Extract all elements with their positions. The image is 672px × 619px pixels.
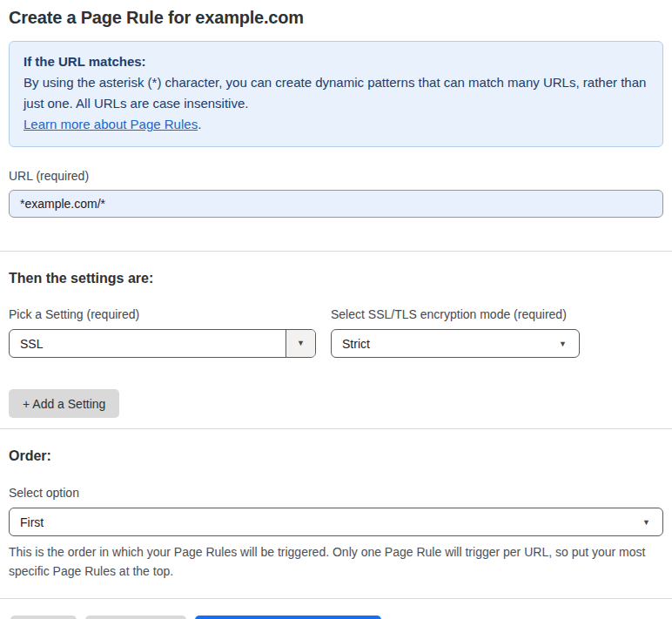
order-select[interactable]: First ▼ — [9, 508, 663, 536]
pick-setting-value: SSL — [10, 337, 286, 351]
chevron-down-icon: ▼ — [559, 340, 567, 348]
pick-setting-label: Pick a Setting (required) — [9, 307, 316, 321]
order-section-heading: Order: — [9, 448, 663, 464]
ssl-mode-label: Select SSL/TLS encryption mode (required… — [331, 307, 580, 321]
link-suffix-period: . — [198, 117, 201, 131]
settings-section-heading: Then the settings are: — [9, 271, 663, 286]
page-title: Create a Page Rule for example.com — [9, 8, 663, 28]
info-box-body: By using the asterisk (*) character, you… — [24, 72, 648, 114]
ssl-mode-value: Strict — [332, 337, 579, 351]
save-as-draft-button[interactable]: Save as Draft — [85, 616, 187, 619]
cancel-button[interactable]: Cancel — [10, 616, 77, 619]
chevron-down-icon: ▼ — [642, 519, 650, 527]
order-select-value: First — [10, 515, 662, 529]
settings-row: Pick a Setting (required) SSL ▼ Select S… — [9, 307, 663, 358]
url-field-label: URL (required) — [9, 169, 663, 183]
info-box-link-line: Learn more about Page Rules. — [24, 114, 648, 135]
form-actions: Cancel Save as Draft Save and Deploy Pag… — [10, 616, 663, 619]
ssl-mode-select[interactable]: Strict ▼ — [331, 329, 580, 358]
save-and-deploy-button[interactable]: Save and Deploy Page Rule — [195, 616, 381, 619]
url-match-info-box: If the URL matches: By using the asteris… — [9, 41, 663, 147]
learn-more-link[interactable]: Learn more about Page Rules — [24, 117, 198, 131]
pick-setting-select[interactable]: SSL ▼ — [9, 329, 316, 358]
chevron-down-icon: ▼ — [297, 340, 305, 347]
info-box-heading: If the URL matches: — [24, 51, 648, 72]
order-select-label: Select option — [9, 486, 663, 500]
add-setting-button[interactable]: + Add a Setting — [9, 389, 119, 418]
divider — [0, 428, 672, 429]
create-page-rule-form: Create a Page Rule for example.com If th… — [0, 8, 672, 619]
divider — [0, 598, 672, 599]
url-input[interactable] — [9, 190, 663, 218]
order-help-text: This is the order in which your Page Rul… — [9, 542, 663, 581]
dropdown-arrow-button[interactable]: ▼ — [286, 330, 315, 357]
divider — [0, 251, 672, 252]
ssl-mode-group: Select SSL/TLS encryption mode (required… — [331, 307, 580, 358]
pick-setting-group: Pick a Setting (required) SSL ▼ — [9, 307, 316, 358]
